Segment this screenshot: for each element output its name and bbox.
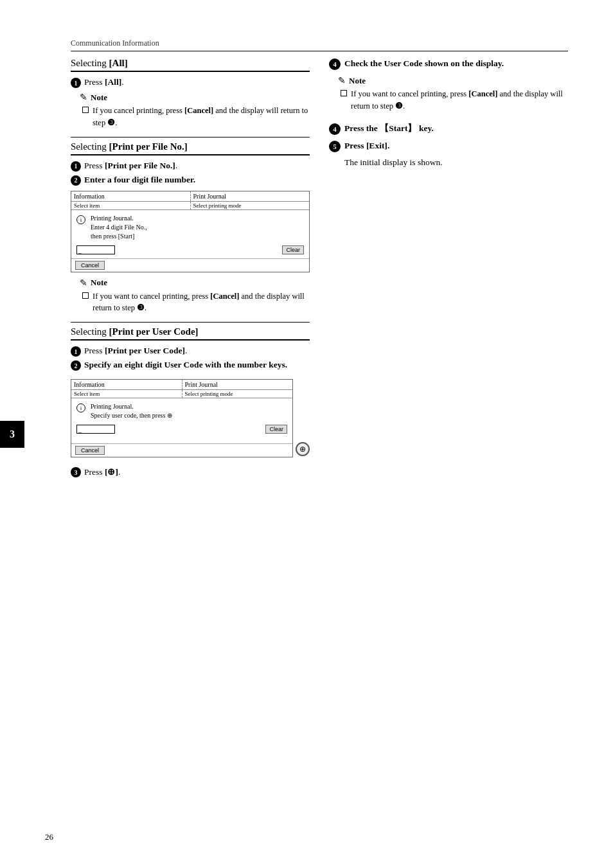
right-step-check: 4 Check the User Code shown on the displ… [329,58,568,70]
page-number: 26 [45,832,53,842]
user-code-input[interactable]: _ [76,425,115,434]
screen-uc-body: i Printing Journal. Specify user code, t… [71,398,292,443]
section-usercode-step1: 1 Press [Print per User Code]. [71,346,310,357]
clear-button[interactable]: Clear [282,245,304,254]
section-user-code: Selecting [Print per User Code] 1 Press … [71,326,310,477]
section-usercode-title: Selecting [Print per User Code] [71,326,310,341]
step-num-2: 2 [71,175,81,186]
divider-2 [71,322,310,323]
note-icon-2: ✎ [80,278,87,288]
clear-button-uc[interactable]: Clear [265,425,287,434]
section-all-note: ✎ Note If you cancel printing, press [Ca… [71,92,310,129]
section-file-title: Selecting [Print per File No.] [71,141,310,155]
step-num-uc-1: 1 [71,346,81,357]
note-icon: ✎ [80,92,87,103]
step-num-uc-3: 3 [71,467,81,477]
big-circle-exit: 5 [329,141,341,152]
note-item-2: If you want to cancel printing, press [C… [80,290,310,315]
screen-body: i Printing Journal. Enter 4 digit File N… [71,210,309,258]
section-usercode-step3: 3 Press [⊕]. [71,466,310,477]
screen-subheader-left: Select item [71,202,191,209]
final-text: The initial display is shown. [329,157,568,168]
screen-subheader: Select item Select printing mode [71,202,309,210]
right-note: ✎ Note If you want to cancel printing, p… [329,75,568,112]
right-note-checkbox [341,90,347,96]
screen-usercode: Information Print Journal Select item [71,379,293,457]
page-container: 3 Communication Information Selecting [A… [0,0,613,868]
screen-header-right: Print Journal [191,191,310,201]
note-title: ✎ Note [80,92,310,103]
note-title-2: ✎ Note [80,278,310,288]
step-num-1: 1 [71,161,81,172]
right-step-start: 4 Press the 【Start】 key. [329,123,568,135]
two-column-layout: Selecting [All] 1 Press [All]. ✎ Note [71,58,568,481]
section-file-step2: 2 Enter a four digit file number. [71,175,310,186]
screen-footer: Cancel [71,258,309,272]
right-step-exit: 5 Press [Exit]. [329,140,568,152]
breadcrumb: Communication Information [71,39,568,51]
step-number-1: 1 [71,78,81,88]
divider-1 [71,137,310,137]
file-no-input[interactable]: _ [76,245,115,254]
screen-uc-footer: Cancel [71,443,292,457]
screen-uc-header: Information Print Journal [71,380,292,390]
section-all-step1: 1 Press [All]. [71,77,310,88]
note-item: If you cancel printing, press [Cancel] a… [80,105,310,129]
right-note-icon: ✎ [338,75,346,86]
tab-number: 3 [10,429,15,439]
note-checkbox-2 [82,292,89,299]
screen-side-button: ⊕ [296,374,310,463]
big-circle-check: 4 [329,58,341,70]
circle-button[interactable]: ⊕ [296,442,310,456]
screen-header-left: Information [71,191,191,201]
big-circle-start: 4 [329,123,341,135]
section-all: Selecting [All] 1 Press [All]. ✎ Note [71,58,310,129]
screen-usercode-container: Information Print Journal Select item [71,374,310,463]
section-usercode-step2: 2 Specify an eight digit User Code with … [71,360,310,371]
left-column: Selecting [All] 1 Press [All]. ✎ Note [71,58,310,481]
section-file-note: ✎ Note If you want to cancel printing, p… [71,278,310,315]
screen-file-no: Information Print Journal Select item Se… [71,191,310,272]
section-file-no: Selecting [Print per File No.] 1 Press [… [71,141,310,315]
info-icon-uc: i [76,403,85,412]
right-note-title: ✎ Note [338,75,568,86]
screen-header: Information Print Journal [71,191,309,202]
section-file-step1: 1 Press [Print per File No.]. [71,161,310,172]
right-note-item: If you want to cancel printing, press [C… [338,88,568,112]
screen-uc-subheader: Select item Select printing mode [71,390,292,398]
cancel-button[interactable]: Cancel [75,261,105,270]
info-icon: i [76,215,85,224]
cancel-button-uc[interactable]: Cancel [75,446,105,455]
section-all-title: Selecting [All] [71,58,310,72]
note-checkbox [82,107,89,113]
page-tab: 3 [0,421,24,448]
right-column: 4 Check the User Code shown on the displ… [329,58,568,481]
step-num-uc-2: 2 [71,360,81,371]
screen-subheader-right: Select printing mode [191,202,310,209]
